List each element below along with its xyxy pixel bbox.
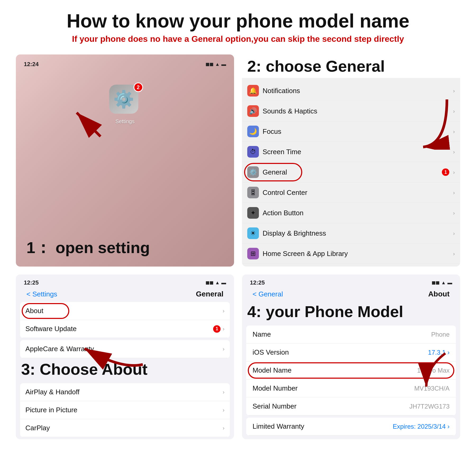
display-chevron: › xyxy=(453,230,455,236)
settings-badge: 2 xyxy=(134,83,143,92)
wifi-icon-3: ▲ xyxy=(215,280,220,286)
panel-4: 12:25 ◼◼ ▲ ▬ < General About 4: your Pho… xyxy=(242,274,460,439)
controlcenter-chevron: › xyxy=(453,190,455,196)
battery-icon-3: ▬ xyxy=(221,280,226,286)
controlcenter-label: Control Center xyxy=(263,189,449,197)
pip-chevron: › xyxy=(223,407,225,413)
model-name-label: Model Name xyxy=(253,366,417,374)
step-1-label: 1： open setting xyxy=(21,232,229,261)
name-label: Name xyxy=(253,330,431,338)
statusbar-icons-1: ◼◼ ▲ ▬ xyxy=(205,61,226,67)
applecare-chevron: › xyxy=(223,346,225,352)
notifications-chevron: › xyxy=(453,88,455,94)
warranty-value: Expires: 2025/3/14 › xyxy=(393,423,450,430)
battery-icon-4: ▬ xyxy=(447,280,452,286)
ios-version-label: iOS Version xyxy=(253,348,428,356)
notifications-label: Notifications xyxy=(263,87,449,95)
serial-number-label: Serial Number xyxy=(253,402,409,410)
statusbar-3: 12:25 ◼◼ ▲ ▬ xyxy=(21,278,229,287)
settings-back-button[interactable]: < Settings xyxy=(26,290,57,298)
name-value: Phone xyxy=(431,331,450,338)
arrow-to-about xyxy=(69,317,148,370)
statusbar-4: 12:25 ◼◼ ▲ ▬ xyxy=(247,278,455,287)
model-number-label: Model Number xyxy=(253,384,414,392)
softwareupdate-chevron: › xyxy=(223,326,225,332)
panel-1: 12:24 ◼◼ ▲ ▬ ⚙️ 2 Settings 1： open setti… xyxy=(16,54,234,267)
time-1: 12:24 xyxy=(24,61,39,68)
row-actionbutton[interactable]: ✦ Action Button › xyxy=(242,203,460,223)
panel3-nav: < Settings General xyxy=(21,287,229,300)
page-title: How to know your phone model name xyxy=(16,11,460,31)
wifi-icon-4: ▲ xyxy=(441,280,446,286)
time-3: 12:25 xyxy=(24,279,39,286)
step-2-label: 2: choose General xyxy=(242,54,460,78)
actionbutton-label: Action Button xyxy=(263,209,449,217)
row-homescreen[interactable]: ⊞ Home Screen & App Library › xyxy=(242,244,460,264)
row-display[interactable]: ☀ Display & Brightness › xyxy=(242,223,460,244)
general-label: General xyxy=(263,168,438,176)
display-icon: ☀ xyxy=(247,227,259,239)
actionbutton-chevron: › xyxy=(453,210,455,216)
panel-3: 12:25 ◼◼ ▲ ▬ < Settings General About › … xyxy=(16,274,234,439)
row-airplay[interactable]: AirPlay & Handoff › xyxy=(20,383,230,401)
statusbar-1: 12:24 ◼◼ ▲ ▬ xyxy=(21,60,229,69)
arrow-to-settings xyxy=(56,97,108,139)
warranty-label: Limited Warranty xyxy=(253,422,393,431)
statusbar-icons-4: ◼◼ ▲ ▬ xyxy=(432,280,452,286)
step-4-label: 4: your Phone Model xyxy=(242,300,460,323)
sounds-chevron: › xyxy=(453,108,455,114)
airplay-chevron: › xyxy=(223,389,225,395)
screentime-icon: ⏱ xyxy=(247,146,259,158)
serial-number-value: JH7T2WG173 xyxy=(409,403,450,410)
signal-icon-3: ◼◼ xyxy=(205,280,213,286)
airplay-label: AirPlay & Handoff xyxy=(25,388,223,396)
panel4-nav: < General About xyxy=(247,287,455,300)
controlcenter-icon: 🎛 xyxy=(247,187,259,198)
carplay-chevron: › xyxy=(223,425,225,431)
row-warranty[interactable]: Limited Warranty Expires: 2025/3/14 › xyxy=(246,418,456,436)
carplay-label: CarPlay xyxy=(25,424,223,432)
arrow-to-general xyxy=(410,97,452,150)
homescreen-icon: ⊞ xyxy=(247,248,259,259)
svg-line-1 xyxy=(77,113,100,136)
row-carplay[interactable]: CarPlay › xyxy=(20,419,230,437)
row-general[interactable]: ⚙️ General 1 › xyxy=(242,162,460,182)
notifications-icon: 🔔 xyxy=(247,85,259,97)
about-chevron: › xyxy=(223,308,225,314)
signal-icon-1: ◼◼ xyxy=(205,61,213,67)
actionbutton-icon: ✦ xyxy=(247,207,259,219)
screentime-chevron: › xyxy=(453,149,455,155)
general-icon: ⚙️ xyxy=(247,166,259,178)
settings-label: Settings xyxy=(21,118,229,125)
focus-chevron: › xyxy=(453,129,455,135)
about-label: About xyxy=(25,307,223,315)
sounds-icon: 🔊 xyxy=(247,105,259,117)
general-chevron: › xyxy=(453,169,455,175)
row-name: Name Phone xyxy=(246,326,456,344)
signal-icon-4: ◼◼ xyxy=(432,280,440,286)
focus-icon: 🌙 xyxy=(247,126,259,137)
panel3-header: 12:25 ◼◼ ▲ ▬ < Settings General xyxy=(16,274,234,300)
general-badge: 1 xyxy=(442,168,449,176)
homescreen-label: Home Screen & App Library xyxy=(263,250,449,258)
panel-2: 2: choose General 🔔 Notifications › 🔊 So… xyxy=(242,54,460,267)
subtitle: If your phone does no have a General opt… xyxy=(16,34,460,44)
pip-label: Picture in Picture xyxy=(25,406,223,414)
panel3-nav-title: General xyxy=(196,290,223,298)
homescreen-chevron: › xyxy=(453,251,455,257)
statusbar-icons-3: ◼◼ ▲ ▬ xyxy=(205,280,226,286)
panel4-nav-title: About xyxy=(428,290,450,298)
row-serial-number: Serial Number JH7T2WG173 xyxy=(246,397,456,415)
display-label: Display & Brightness xyxy=(263,229,449,237)
softwareupdate-badge: 1 xyxy=(213,325,221,333)
row-pip[interactable]: Picture in Picture › xyxy=(20,401,230,419)
panel4-header: 12:25 ◼◼ ▲ ▬ < General About xyxy=(242,274,460,300)
main-grid: 12:24 ◼◼ ▲ ▬ ⚙️ 2 Settings 1： open setti… xyxy=(16,54,460,439)
arrow-to-model xyxy=(407,349,455,396)
time-4: 12:25 xyxy=(250,279,265,286)
general-back-button[interactable]: < General xyxy=(253,290,283,298)
row-controlcenter[interactable]: 🎛 Control Center › xyxy=(242,182,460,203)
wifi-icon-1: ▲ xyxy=(215,62,220,67)
battery-icon-1: ▬ xyxy=(221,62,226,67)
settings-app[interactable]: ⚙️ 2 xyxy=(109,85,141,116)
